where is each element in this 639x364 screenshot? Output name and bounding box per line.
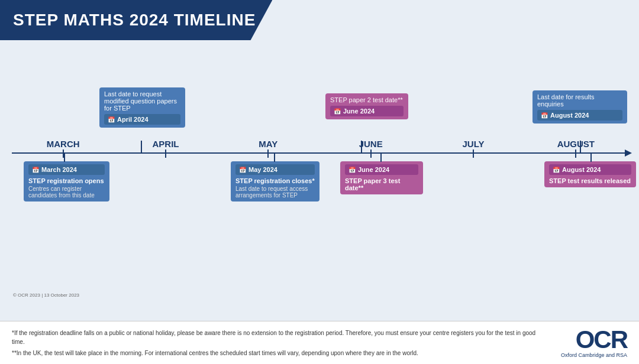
connector-august-above xyxy=(580,141,581,154)
event-april-modified-date: 📅 April 2024 xyxy=(104,114,180,125)
event-june-paper3: 📅 June 2024 STEP paper 3 test date** xyxy=(340,161,423,194)
event-august-results: 📅 August 2024 STEP test results released xyxy=(544,161,636,187)
event-june-paper3-title: STEP paper 3 test date** xyxy=(345,177,418,191)
event-may-date: 📅 May 2024 xyxy=(235,164,315,175)
event-june-paper2: STEP paper 2 test date** 📅 June 2024 xyxy=(325,93,408,119)
header: STEP MATHS 2024 TIMELINE xyxy=(0,0,272,40)
connector-april-above xyxy=(141,141,142,154)
event-june-paper3-date: 📅 June 2024 xyxy=(345,164,418,175)
footnote-1: *If the registration deadline falls on a… xyxy=(12,329,543,346)
calendar-icon-aug2: 📅 xyxy=(541,112,548,119)
footer: *If the registration deadline falls on a… xyxy=(0,321,639,364)
connector-june-above xyxy=(361,141,362,154)
event-june-paper2-date: 📅 June 2024 xyxy=(330,106,404,116)
calendar-icon-june3: 📅 xyxy=(348,167,356,173)
ocr-logo: OCR Oxford Cambridge and RSA xyxy=(561,327,627,358)
calendar-icon-june2: 📅 xyxy=(334,108,341,115)
event-august-results-title: STEP test results released xyxy=(549,177,631,184)
event-august-results-date: 📅 August 2024 xyxy=(549,164,631,175)
event-may-desc: Last date to request access arrangements… xyxy=(235,186,315,199)
footer-notes: *If the registration deadline falls on a… xyxy=(12,329,543,358)
month-label-march: MARCH xyxy=(47,139,80,149)
timeline-line xyxy=(12,152,627,154)
calendar-icon-march: 📅 xyxy=(32,167,39,173)
month-label-june: JUNE xyxy=(359,139,383,149)
connector-june-below xyxy=(380,154,382,162)
event-march-desc: Centres can register candidates from thi… xyxy=(28,186,105,199)
month-label-april: APRIL xyxy=(152,139,179,149)
event-august-enquiries-date: 📅 August 2024 xyxy=(537,110,622,121)
ocr-subtitle: Oxford Cambridge and RSA xyxy=(561,352,627,358)
event-april-modified: Last date to request modified question p… xyxy=(99,87,185,128)
page-title: STEP MATHS 2024 TIMELINE xyxy=(13,11,256,30)
copyright: © OCR 2023 | 13 October 2023 xyxy=(13,292,79,298)
month-label-may: MAY xyxy=(259,139,277,149)
event-may-registration: 📅 May 2024 STEP registration closes* Las… xyxy=(231,161,320,202)
calendar-icon: 📅 xyxy=(108,116,115,123)
connector-march-below xyxy=(64,154,65,162)
timeline-area: MARCH APRIL MAY JUNE JULY AUGUST Last xyxy=(12,58,627,247)
connector-august-below xyxy=(590,154,592,162)
month-label-august: AUGUST xyxy=(557,139,595,149)
month-label-july: JULY xyxy=(462,139,484,149)
connector-may-below xyxy=(274,154,275,162)
calendar-icon-aug-res: 📅 xyxy=(553,167,560,173)
footnote-2: **In the UK, the test will take place in… xyxy=(12,349,543,358)
event-may-title: STEP registration closes* xyxy=(235,177,315,184)
event-june-paper2-title: STEP paper 2 test date** xyxy=(330,96,404,103)
event-march-title: STEP registration opens xyxy=(28,177,105,184)
ocr-logo-text: OCR xyxy=(576,327,627,352)
event-august-enquiries-title: Last date for results enquiries xyxy=(537,93,622,108)
calendar-icon-may: 📅 xyxy=(239,167,246,173)
event-march-registration: 📅 March 2024 STEP registration opens Cen… xyxy=(24,161,109,202)
event-april-modified-title: Last date to request modified question p… xyxy=(104,90,180,112)
event-august-enquiries: Last date for results enquiries 📅 August… xyxy=(532,90,627,124)
event-march-date: 📅 March 2024 xyxy=(28,164,105,175)
